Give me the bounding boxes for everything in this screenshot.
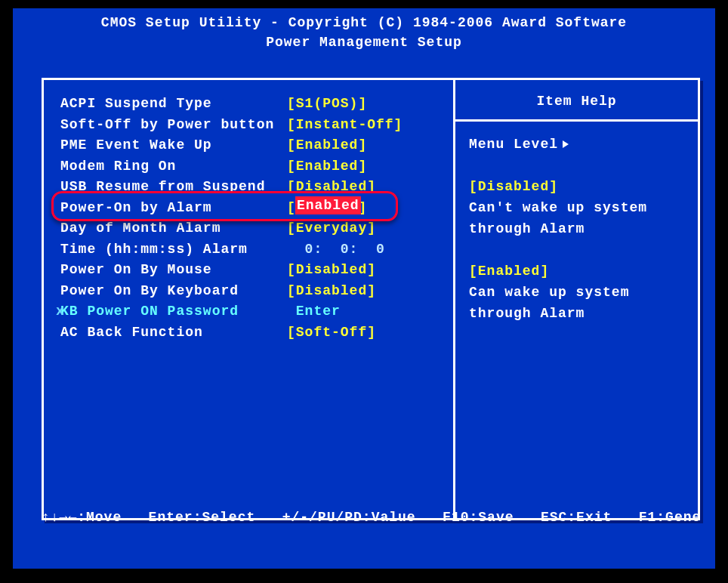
setting-value[interactable]: [Disabled] [287, 177, 376, 198]
setting-row[interactable]: Time (hh:mm:ss) Alarm 0: 0: 0 [60, 239, 453, 261]
setting-value[interactable]: [Soft-Off] [287, 322, 376, 344]
help-body: Menu Level [Disabled] Can't wake up syst… [455, 122, 698, 336]
setting-row[interactable]: PME Event Wake Up[Enabled] [60, 135, 453, 156]
content-frame: ACPI Suspend Type[S1(POS)]Soft-Off by Po… [42, 78, 700, 520]
setting-label: Modem Ring On [60, 156, 287, 177]
help-enabled-text1: Can wake up system [469, 282, 684, 303]
setting-value[interactable]: Enter [287, 301, 341, 322]
setting-label: USB Resume from Suspend [60, 177, 287, 198]
help-title: Item Help [455, 80, 698, 122]
setting-value[interactable]: [Disabled] [287, 281, 376, 302]
chevron-right-icon [563, 140, 569, 148]
setting-label: PME Event Wake Up [60, 135, 287, 156]
setting-label: Power On By Mouse [60, 260, 287, 281]
setting-row[interactable]: Day of Month Alarm[Everyday] [60, 218, 453, 239]
highlight-value: Enabled [295, 196, 361, 214]
footer: ↑↓→←:Move Enter:Select +/-/PU/PD:Value F… [42, 472, 700, 563]
header-title-1: CMOS Setup Utility - Copyright (C) 1984-… [13, 13, 715, 32]
setting-value[interactable]: [Instant-Off] [287, 115, 403, 136]
footer-line1: ↑↓→←:Move Enter:Select +/-/PU/PD:Value F… [42, 508, 700, 526]
help-pane: Item Help Menu Level [Disabled] Can't wa… [453, 80, 698, 518]
disabled-indicator: x [56, 301, 65, 322]
setting-label: Power On By Keyboard [60, 281, 287, 302]
header-title-2: Power Management Setup [13, 32, 715, 52]
help-disabled-text2: through Alarm [469, 218, 684, 239]
setting-value[interactable]: [Disabled] [287, 260, 376, 281]
setting-label: Power-On by Alarm [60, 198, 287, 219]
setting-label: Day of Month Alarm [60, 218, 287, 239]
setting-value[interactable]: 0: 0: 0 [287, 239, 385, 261]
settings-pane: ACPI Suspend Type[S1(POS)]Soft-Off by Po… [44, 80, 453, 518]
setting-row[interactable]: ACPI Suspend Type[S1(POS)] [60, 94, 453, 115]
setting-label: ACPI Suspend Type [60, 94, 287, 115]
setting-value[interactable]: [Enabled] [287, 156, 367, 177]
setting-row[interactable]: Power On By Mouse[Disabled] [60, 260, 453, 281]
setting-label: AC Back Function [60, 322, 287, 344]
setting-label: KB Power ON Password [60, 301, 287, 322]
help-enabled-text2: through Alarm [469, 303, 684, 324]
setting-label: Time (hh:mm:ss) Alarm [60, 239, 287, 261]
setting-label: Soft-Off by Power button [60, 115, 287, 136]
help-disabled-heading: [Disabled] [469, 176, 684, 197]
setting-value[interactable]: [S1(POS)] [287, 94, 367, 115]
bios-screen: CMOS Setup Utility - Copyright (C) 1984-… [11, 6, 717, 571]
header: CMOS Setup Utility - Copyright (C) 1984-… [13, 8, 715, 52]
setting-row[interactable]: Soft-Off by Power button[Instant-Off] [60, 115, 453, 136]
setting-row[interactable]: AC Back Function[Soft-Off] [60, 322, 453, 344]
setting-row[interactable]: Power-On by Alarm[Enabled] [60, 198, 453, 219]
setting-row[interactable]: Power On By Keyboard[Disabled] [60, 281, 453, 302]
setting-row[interactable]: xKB Power ON Password Enter [60, 301, 453, 322]
help-disabled-text1: Can't wake up system [469, 197, 684, 218]
help-enabled-heading: [Enabled] [469, 261, 684, 282]
setting-value[interactable]: [Everyday] [287, 218, 376, 239]
setting-value[interactable]: [Enabled] [287, 135, 367, 156]
setting-row[interactable]: USB Resume from Suspend[Disabled] [60, 177, 453, 198]
setting-row[interactable]: Modem Ring On[Enabled] [60, 156, 453, 177]
menu-level: Menu Level [469, 134, 684, 155]
